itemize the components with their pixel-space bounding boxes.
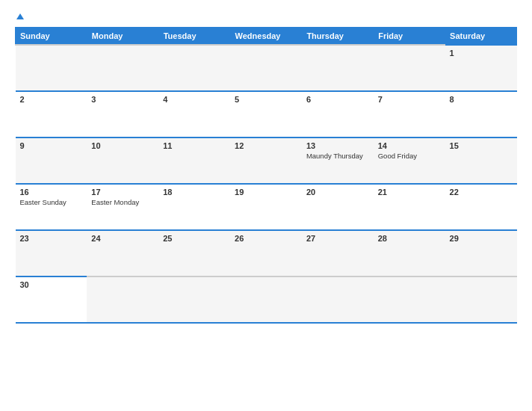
page: SundayMondayTuesdayWednesdayThursdayFrid… bbox=[0, 0, 532, 411]
day-number: 6 bbox=[306, 95, 369, 104]
calendar-cell: 23 bbox=[16, 230, 87, 276]
day-number: 20 bbox=[306, 188, 369, 197]
col-header-tuesday: Tuesday bbox=[158, 28, 230, 46]
calendar-cell: 19 bbox=[230, 184, 302, 230]
col-header-sunday: Sunday bbox=[16, 28, 87, 46]
calendar-week-row: 23242526272829 bbox=[16, 230, 517, 276]
calendar-cell bbox=[87, 45, 158, 91]
calendar-cell: 14Good Friday bbox=[374, 137, 445, 184]
calendar-cell: 26 bbox=[230, 230, 302, 276]
day-number: 12 bbox=[235, 141, 297, 150]
calendar-cell: 17Easter Monday bbox=[87, 184, 158, 230]
calendar-cell: 1 bbox=[445, 45, 517, 91]
day-number: 13 bbox=[306, 141, 369, 150]
day-number: 9 bbox=[20, 141, 83, 150]
calendar-cell bbox=[16, 45, 87, 91]
calendar-cell: 13Maundy Thursday bbox=[302, 137, 374, 184]
day-number: 22 bbox=[450, 188, 513, 197]
calendar-cell: 24 bbox=[87, 230, 158, 276]
calendar-cell: 15 bbox=[445, 137, 517, 184]
calendar-cell: 4 bbox=[158, 91, 230, 137]
calendar-cell: 3 bbox=[87, 91, 158, 137]
calendar-cell: 16Easter Sunday bbox=[16, 184, 87, 230]
day-number: 29 bbox=[450, 234, 513, 243]
calendar-cell: 6 bbox=[302, 91, 374, 137]
calendar-cell: 8 bbox=[445, 91, 517, 137]
day-event: Maundy Thursday bbox=[306, 152, 369, 161]
day-number: 19 bbox=[235, 188, 297, 197]
calendar-cell: 11 bbox=[158, 137, 230, 184]
calendar-cell: 9 bbox=[16, 137, 87, 184]
calendar-cell: 10 bbox=[87, 137, 158, 184]
day-number: 17 bbox=[91, 188, 154, 197]
day-number: 28 bbox=[378, 234, 441, 243]
calendar-cell: 27 bbox=[302, 230, 374, 276]
calendar-cell bbox=[302, 276, 374, 323]
day-number: 5 bbox=[235, 95, 297, 104]
logo-triangle-icon bbox=[16, 13, 24, 19]
day-number: 8 bbox=[450, 95, 513, 104]
calendar-cell: 21 bbox=[374, 184, 445, 230]
day-number: 11 bbox=[163, 141, 226, 150]
calendar-header-row: SundayMondayTuesdayWednesdayThursdayFrid… bbox=[16, 28, 517, 46]
day-number: 15 bbox=[450, 141, 513, 150]
day-number: 25 bbox=[163, 234, 226, 243]
calendar-cell: 7 bbox=[374, 91, 445, 137]
calendar-week-row: 910111213Maundy Thursday14Good Friday15 bbox=[16, 137, 517, 184]
day-number: 4 bbox=[163, 95, 226, 104]
calendar-cell: 29 bbox=[445, 230, 517, 276]
col-header-thursday: Thursday bbox=[302, 28, 374, 46]
day-number: 16 bbox=[20, 188, 83, 197]
day-number: 10 bbox=[91, 141, 154, 150]
day-number: 3 bbox=[91, 95, 154, 104]
calendar-cell: 18 bbox=[158, 184, 230, 230]
calendar-week-row: 2345678 bbox=[16, 91, 517, 137]
col-header-saturday: Saturday bbox=[445, 28, 517, 46]
calendar-cell bbox=[374, 45, 445, 91]
col-header-monday: Monday bbox=[87, 28, 158, 46]
calendar-week-row: 16Easter Sunday17Easter Monday1819202122 bbox=[16, 184, 517, 230]
calendar-cell: 20 bbox=[302, 184, 374, 230]
day-number: 26 bbox=[235, 234, 297, 243]
day-number: 27 bbox=[306, 234, 369, 243]
calendar-week-row: 1 bbox=[16, 45, 517, 91]
calendar-cell: 2 bbox=[16, 91, 87, 137]
calendar-cell bbox=[230, 45, 302, 91]
day-number: 7 bbox=[378, 95, 441, 104]
header bbox=[15, 13, 517, 19]
day-number: 2 bbox=[20, 95, 83, 104]
calendar-cell: 12 bbox=[230, 137, 302, 184]
day-number: 30 bbox=[20, 280, 83, 289]
day-event: Easter Sunday bbox=[20, 198, 83, 207]
day-event: Good Friday bbox=[378, 152, 441, 161]
calendar-cell bbox=[445, 276, 517, 323]
calendar-cell bbox=[158, 276, 230, 323]
day-number: 23 bbox=[20, 234, 83, 243]
col-header-friday: Friday bbox=[374, 28, 445, 46]
day-number: 14 bbox=[378, 141, 441, 150]
calendar-cell bbox=[230, 276, 302, 323]
calendar-cell: 22 bbox=[445, 184, 517, 230]
calendar-cell: 30 bbox=[16, 276, 87, 323]
calendar-cell: 25 bbox=[158, 230, 230, 276]
calendar-cell bbox=[87, 276, 158, 323]
day-number: 1 bbox=[450, 49, 513, 58]
calendar-cell: 28 bbox=[374, 230, 445, 276]
day-event: Easter Monday bbox=[91, 198, 154, 207]
day-number: 21 bbox=[378, 188, 441, 197]
logo bbox=[15, 13, 24, 19]
col-header-wednesday: Wednesday bbox=[230, 28, 302, 46]
calendar-cell bbox=[374, 276, 445, 323]
calendar-week-row: 30 bbox=[16, 276, 517, 323]
calendar-grid: SundayMondayTuesdayWednesdayThursdayFrid… bbox=[15, 27, 517, 324]
calendar-cell: 5 bbox=[230, 91, 302, 137]
calendar-cell bbox=[302, 45, 374, 91]
day-number: 24 bbox=[91, 234, 154, 243]
day-number: 18 bbox=[163, 188, 226, 197]
calendar-cell bbox=[158, 45, 230, 91]
